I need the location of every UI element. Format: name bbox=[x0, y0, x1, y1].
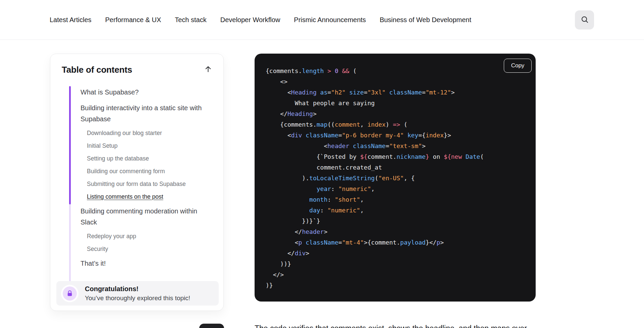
toc-title: Table of contents bbox=[62, 65, 132, 75]
code-line: day: "numeric", bbox=[266, 205, 529, 216]
code-line: <> bbox=[266, 76, 529, 87]
code-line: What people are saying bbox=[266, 98, 529, 109]
toc-item-building-our-commenting-form[interactable]: Building our commenting form bbox=[87, 168, 213, 175]
code-block: Copy {comments.length > 0 && ( <> <Headi… bbox=[255, 54, 536, 302]
toc-item-building-commenting-moderation-within-slack[interactable]: Building commenting moderation within Sl… bbox=[80, 206, 213, 228]
nav-item-performance-ux[interactable]: Performance & UX bbox=[105, 16, 161, 24]
code-line: {comments.length > 0 && ( bbox=[266, 66, 529, 76]
code-line: </header> bbox=[266, 226, 529, 237]
code-content: {comments.length > 0 && ( <> <Heading as… bbox=[255, 54, 536, 291]
congratulations-panel: Congratulations! You’ve thoroughly explo… bbox=[56, 281, 219, 306]
article-paragraph: The code verifies that comments exist, s… bbox=[255, 323, 533, 328]
toc-item-that-s-it[interactable]: That’s it! bbox=[80, 258, 213, 269]
toc-item-redeploy-your-app[interactable]: Redeploy your app bbox=[87, 233, 213, 240]
code-line: </Heading> bbox=[266, 109, 529, 119]
toc-item-listing-comments-on-the-post[interactable]: Listing comments on the post bbox=[87, 193, 213, 201]
toc-item-building-interactivity-into-a-static-site-with-supabase[interactable]: Building interactivity into a static sit… bbox=[80, 103, 213, 125]
search-icon bbox=[581, 15, 589, 24]
toc-item-downloading-our-blog-starter[interactable]: Downloading our blog starter bbox=[87, 129, 213, 137]
toc-item-list: What is Supabase?Building interactivity … bbox=[50, 83, 213, 269]
toc-item-setting-up-the-database[interactable]: Setting up the database bbox=[87, 155, 213, 162]
congratulations-title: Congratulations! bbox=[85, 284, 190, 293]
toc-header: Table of contents bbox=[62, 64, 213, 75]
scroll-to-top-button[interactable] bbox=[203, 64, 213, 75]
table-of-contents-card: Table of contents What is Supabase?Build… bbox=[50, 54, 224, 311]
code-line: <Heading as="h2" size="3xl" className="m… bbox=[266, 87, 529, 98]
toc-item-security[interactable]: Security bbox=[87, 245, 213, 253]
toc-item-what-is-supabase[interactable]: What is Supabase? bbox=[80, 87, 213, 98]
code-line: </> bbox=[266, 269, 529, 280]
copy-button[interactable]: Copy bbox=[504, 59, 532, 73]
code-line: <header className="text-sm"> bbox=[266, 141, 529, 151]
nav-item-latest-articles[interactable]: Latest Articles bbox=[50, 16, 92, 24]
code-line: year: "numeric", bbox=[266, 184, 529, 194]
nav-item-tech-stack[interactable]: Tech stack bbox=[175, 16, 206, 24]
congratulations-text: Congratulations! You’ve thoroughly explo… bbox=[85, 284, 190, 303]
code-line: <p className="mt-4">{comment.payload}</p… bbox=[266, 237, 529, 248]
code-line: {`Posted by ${comment.nickname} on ${new… bbox=[266, 151, 529, 162]
nav-item-developer-workflow[interactable]: Developer Workflow bbox=[220, 16, 280, 24]
toc-item-submitting-our-form-data-to-supabase[interactable]: Submitting our form data to Supabase bbox=[87, 180, 213, 188]
nav-item-prismic-announcements[interactable]: Prismic Announcements bbox=[294, 16, 366, 24]
code-line: )} bbox=[266, 280, 529, 291]
code-line: </div> bbox=[266, 248, 529, 259]
reading-progress-fill bbox=[69, 86, 71, 204]
main-nav: Latest ArticlesPerformance & UXTech stac… bbox=[50, 16, 471, 24]
code-line: month: "short", bbox=[266, 194, 529, 205]
reading-progress-track bbox=[69, 86, 71, 284]
code-line: })}`} bbox=[266, 216, 529, 226]
toc-item-initial-setup[interactable]: Initial Setup bbox=[87, 142, 213, 150]
search-button[interactable] bbox=[575, 10, 594, 29]
nav-item-business-of-web-development[interactable]: Business of Web Development bbox=[380, 16, 471, 24]
code-line: ))} bbox=[266, 259, 529, 269]
code-line: {comments.map((comment, index) => ( bbox=[266, 119, 529, 130]
lock-icon bbox=[63, 286, 77, 301]
top-navigation-bar: Latest ArticlesPerformance & UXTech stac… bbox=[0, 0, 644, 40]
code-line: comment.created_at bbox=[266, 162, 529, 173]
floating-action-button[interactable] bbox=[199, 324, 224, 328]
arrow-up-icon bbox=[204, 69, 212, 74]
code-line: <div className="p-6 border my-4" key={in… bbox=[266, 130, 529, 141]
congratulations-subtitle: You’ve thoroughly explored this topic! bbox=[85, 293, 190, 303]
code-line: ).toLocaleTimeString("en-US", { bbox=[266, 173, 529, 184]
